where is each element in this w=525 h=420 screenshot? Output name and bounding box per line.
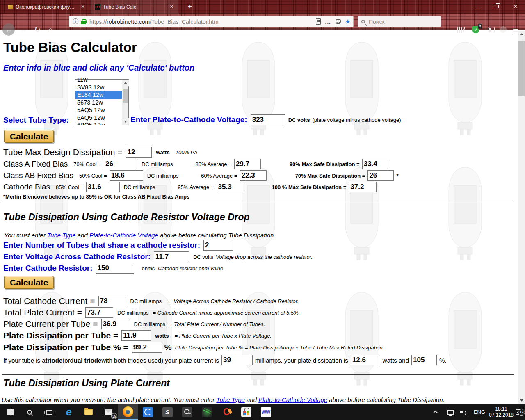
voltage-across-input[interactable] bbox=[154, 251, 189, 262]
plate-voltage-link[interactable]: Plate-to-Cathode Voltage bbox=[89, 232, 158, 239]
page-scroll-down-icon[interactable] bbox=[518, 397, 525, 404]
result-unit: DC milliamps bbox=[134, 321, 166, 327]
total-plate-current-input[interactable] bbox=[85, 307, 113, 318]
menu-button[interactable]: ☰ bbox=[509, 23, 522, 36]
search-bar[interactable]: Поиск bbox=[358, 16, 441, 27]
start-button[interactable] bbox=[0, 404, 20, 420]
footnote: *Merlin Blencowe believes up to 85% is O… bbox=[3, 194, 189, 200]
class-ab-avg-input[interactable] bbox=[240, 170, 267, 181]
tubes-share-input[interactable] bbox=[203, 240, 233, 251]
library-button[interactable] bbox=[454, 23, 467, 36]
plate-dissipation-per-tube-input[interactable] bbox=[121, 330, 151, 341]
network-tray-button[interactable] bbox=[445, 404, 456, 420]
notification-badge: 19 bbox=[518, 409, 525, 416]
cathode-max-input[interactable] bbox=[349, 182, 377, 192]
share-app-button[interactable] bbox=[138, 404, 158, 420]
triode-plate-current-input[interactable] bbox=[221, 355, 253, 365]
file-explorer-button[interactable] bbox=[79, 404, 98, 420]
max-safe-label: 100 % Max Safe Dissipation = bbox=[272, 184, 347, 190]
page-scroll-thumb[interactable] bbox=[518, 41, 525, 96]
browser-tab-1[interactable]: Околокрафтовский флуд - ... ✕ bbox=[4, 0, 90, 14]
listbox-scroll-up-icon[interactable] bbox=[122, 80, 129, 86]
sidebar-button[interactable] bbox=[485, 23, 498, 36]
listbox-scrollbar[interactable] bbox=[122, 80, 128, 125]
total-cathode-current-input[interactable] bbox=[98, 296, 126, 306]
action-center-button[interactable]: 19 bbox=[514, 404, 525, 420]
cathode-resistor-input[interactable] bbox=[96, 263, 134, 274]
cathode-avg-input[interactable] bbox=[217, 182, 243, 192]
store-button[interactable] bbox=[236, 404, 256, 420]
max-dissipation-input[interactable] bbox=[126, 147, 152, 158]
calculate-button-1[interactable]: Calculate bbox=[4, 130, 54, 143]
tube-option[interactable]: 5AQ5 12w bbox=[75, 106, 122, 114]
tube-option[interactable]: 5673 12w bbox=[75, 99, 122, 107]
refresh-button[interactable]: ↻ bbox=[31, 23, 43, 36]
language-indicator[interactable]: ENG bbox=[471, 404, 488, 420]
windows-logo-icon bbox=[7, 409, 14, 415]
taskbar-search-button[interactable] bbox=[20, 404, 39, 420]
extension-button[interactable] bbox=[497, 23, 509, 36]
class-a-cool-input[interactable] bbox=[104, 159, 137, 169]
bookmark-star-icon[interactable]: ★ bbox=[345, 18, 351, 25]
plate-voltage-link[interactable]: Plate-to-Cathode Voltage bbox=[258, 396, 327, 403]
listbox-scroll-down-icon[interactable] bbox=[122, 118, 129, 125]
ccleaner-button[interactable]: C bbox=[217, 404, 236, 420]
tube-option[interactable]: 6BQ5 12w bbox=[75, 121, 122, 125]
plate-dissipation-per-tube-row: Plate Dissipation per Tube = watts = Pla… bbox=[3, 330, 272, 341]
voltage-across-label: Enter Voltage Across Cathode Resistor: bbox=[3, 252, 151, 261]
listbox-scroll-thumb[interactable] bbox=[123, 89, 128, 103]
url-bar[interactable]: ⓘ https://robrobinette.com/Tube_Bias_Cal… bbox=[69, 16, 354, 27]
class-ab-max-input[interactable] bbox=[368, 170, 394, 181]
home-button[interactable]: ⌂ bbox=[44, 23, 57, 36]
plate-dissipation-percent-input[interactable] bbox=[132, 342, 162, 353]
edge-button[interactable]: e bbox=[59, 404, 79, 420]
class-a-avg-input[interactable] bbox=[234, 159, 261, 169]
tube-option[interactable]: 11w bbox=[75, 76, 122, 84]
firefox-button-active[interactable] bbox=[118, 404, 138, 420]
minimize-button[interactable]: — bbox=[468, 0, 487, 12]
page-scrollbar[interactable] bbox=[518, 31, 525, 404]
class-ab-cool-input[interactable] bbox=[110, 170, 143, 181]
tube-type-link[interactable]: Tube Type bbox=[47, 232, 75, 239]
cathode-cool-input[interactable] bbox=[86, 182, 120, 192]
browser-tab-2-active[interactable]: RR Tube Bias Calc ✕ bbox=[91, 0, 179, 14]
cool-label: 85% Cool = bbox=[56, 184, 84, 190]
wave-app-button[interactable]: WW bbox=[256, 404, 276, 420]
tab1-title: Околокрафтовский флуд - ... bbox=[16, 4, 76, 10]
mail-badge: 39 bbox=[111, 413, 117, 419]
audio-app-button[interactable]: S bbox=[158, 404, 177, 420]
mail-button[interactable]: 39 bbox=[98, 404, 118, 420]
reader-mode-icon[interactable] bbox=[316, 18, 321, 25]
tube-option[interactable]: 6AQ5 12w bbox=[75, 114, 122, 122]
tube-type-listbox[interactable]: 11w SV83 12w EL84 12w 5673 12w 5AQ5 12w … bbox=[75, 79, 129, 125]
plate-current-per-tube-input[interactable] bbox=[101, 319, 130, 329]
triode-percent-input[interactable] bbox=[411, 355, 437, 365]
class-a-max-input[interactable] bbox=[362, 159, 388, 169]
analyzer-app-button[interactable] bbox=[197, 404, 217, 420]
new-tab-button[interactable]: + bbox=[184, 1, 196, 13]
forward-button[interactable]: → bbox=[17, 23, 30, 36]
calculate-button-2[interactable]: Calculate bbox=[4, 276, 54, 289]
plate-voltage-input[interactable] bbox=[251, 114, 285, 125]
tab2-close-icon[interactable]: ✕ bbox=[168, 3, 175, 10]
back-button[interactable]: ← bbox=[2, 23, 15, 36]
pocket-icon[interactable] bbox=[336, 19, 341, 24]
restore-button[interactable] bbox=[487, 0, 506, 12]
page-actions-icon[interactable]: … bbox=[325, 18, 331, 25]
tray-expand-button[interactable] bbox=[431, 404, 441, 420]
hardware-tool-button[interactable] bbox=[177, 404, 197, 420]
page-info-icon[interactable]: ⓘ bbox=[73, 18, 78, 25]
tube-option-selected[interactable]: EL84 12w bbox=[75, 91, 122, 99]
volume-tray-button[interactable] bbox=[458, 404, 469, 420]
task-view-button[interactable] bbox=[39, 404, 59, 420]
chevron-up-icon bbox=[433, 410, 438, 415]
https-lock-icon[interactable] bbox=[81, 19, 86, 24]
tab1-close-icon[interactable]: ✕ bbox=[80, 3, 87, 10]
tube-type-link[interactable]: Tube Type bbox=[216, 396, 244, 403]
triode-dissipation-input[interactable] bbox=[351, 355, 380, 365]
tube-option[interactable]: SV83 12w bbox=[75, 84, 122, 91]
clock[interactable]: 18:11 07.12.2018 bbox=[489, 404, 514, 420]
close-window-button[interactable]: ✕ bbox=[506, 0, 525, 12]
result-formula: Plate Dissipation per Tube % = Plate Dis… bbox=[175, 345, 384, 351]
adblock-button[interactable]: ✓2 bbox=[470, 23, 482, 36]
